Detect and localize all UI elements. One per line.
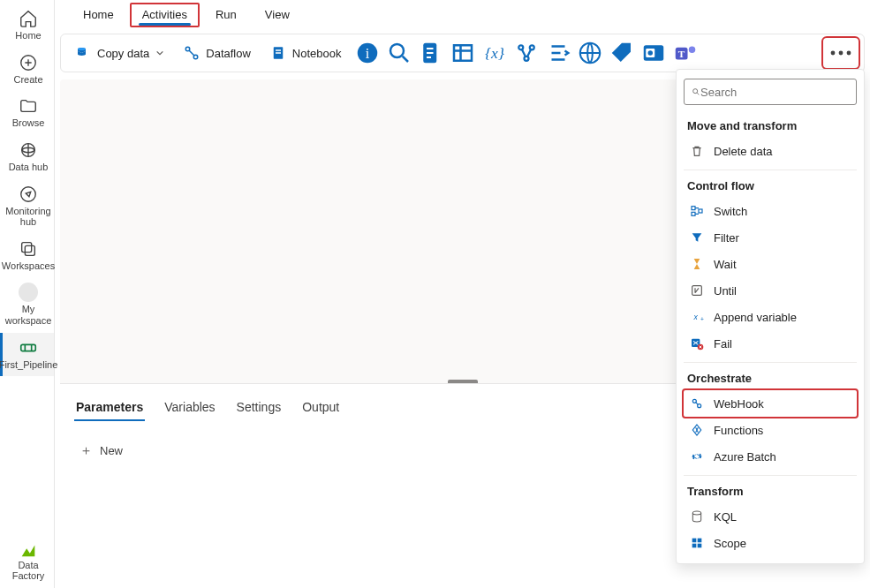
tab-activities[interactable]: Activities: [130, 3, 200, 27]
rail-data-factory-label: Data Factory: [4, 560, 52, 582]
dd-item-kql[interactable]: KQL: [684, 503, 857, 530]
tab-run[interactable]: Run: [203, 3, 249, 27]
dd-section-move: Move and transform: [684, 116, 857, 138]
rail-home[interactable]: Home: [0, 4, 54, 48]
globe-icon: [577, 40, 603, 66]
svg-point-14: [390, 44, 404, 57]
btab-settings[interactable]: Settings: [235, 396, 284, 421]
dd-section-control: Control flow: [684, 176, 857, 198]
teams-icon: T: [672, 40, 699, 66]
outlook-icon: [640, 40, 667, 66]
ml-button[interactable]: [513, 40, 540, 66]
svg-text:+: +: [700, 316, 704, 322]
tab-activities-label: Activities: [142, 8, 187, 21]
more-activities-button[interactable]: [825, 40, 857, 66]
dd-item-label: KQL: [714, 510, 737, 524]
script-button[interactable]: [418, 40, 444, 66]
svg-text:T: T: [677, 49, 685, 59]
database-icon: [689, 509, 705, 524]
svg-rect-33: [692, 212, 695, 215]
stored-proc-button[interactable]: [450, 40, 476, 66]
lookup-button[interactable]: [386, 40, 412, 66]
switch-icon: [689, 203, 705, 219]
dd-section-transform: Transform: [684, 481, 857, 503]
svg-rect-11: [276, 52, 281, 54]
dd-item-delete-data[interactable]: Delete data: [684, 138, 857, 164]
outlook-button[interactable]: [640, 40, 667, 66]
tag-button[interactable]: [609, 40, 635, 66]
rail-create-label: Create: [13, 74, 42, 86]
rail-workspaces[interactable]: Workspaces: [0, 234, 54, 278]
dd-item-functions[interactable]: Functions: [684, 417, 857, 443]
svg-point-6: [78, 48, 86, 50]
rail-my-workspace-label: My workspace: [4, 304, 52, 326]
top-tabs: Home Activities Run View: [55, 0, 870, 30]
dd-item-switch[interactable]: Switch: [684, 198, 857, 224]
rail-first-pipeline[interactable]: First_Pipeline: [0, 333, 54, 377]
webhook-icon: [689, 396, 705, 411]
svg-point-28: [831, 51, 836, 56]
main-area: Home Activities Run View Copy data Dataf…: [55, 0, 870, 588]
btab-parameters[interactable]: Parameters: [74, 396, 145, 421]
dd-item-scope[interactable]: Scope: [684, 530, 857, 556]
table-icon: [450, 40, 476, 66]
web-button[interactable]: [577, 40, 603, 66]
dd-item-webhook[interactable]: WebHook: [684, 390, 857, 417]
dd-item-fail[interactable]: Fail: [684, 330, 857, 357]
rail-my-workspace[interactable]: My workspace: [0, 277, 54, 332]
rail-monitoring[interactable]: Monitoring hub: [0, 179, 54, 234]
dd-item-wait[interactable]: Wait: [684, 251, 857, 277]
data-factory-icon: [19, 540, 38, 560]
tab-view[interactable]: View: [253, 3, 302, 27]
svg-rect-5: [21, 344, 36, 351]
rail-datahub[interactable]: Data hub: [0, 135, 54, 179]
copy-data-button[interactable]: Copy data: [68, 41, 171, 64]
new-parameter-button[interactable]: ＋ New: [74, 439, 128, 463]
plus-icon: ＋: [79, 442, 93, 459]
rail-create[interactable]: Create: [0, 48, 54, 92]
svg-rect-4: [25, 245, 34, 255]
left-nav-rail: Home Create Browse Data hub Monitoring h…: [0, 0, 55, 588]
dataflow-button[interactable]: Dataflow: [177, 41, 258, 64]
avatar-icon: [19, 283, 38, 302]
folder-icon: [19, 96, 38, 116]
svg-point-20: [524, 57, 528, 61]
rail-datahub-label: Data hub: [9, 162, 49, 173]
rail-data-factory[interactable]: Data Factory: [0, 535, 54, 588]
dd-item-filter[interactable]: Filter: [684, 224, 857, 251]
info-button[interactable]: i: [354, 40, 381, 66]
teams-button[interactable]: T: [672, 40, 699, 66]
rail-browse[interactable]: Browse: [0, 91, 54, 135]
search-icon: [692, 86, 700, 98]
dd-item-until[interactable]: Until: [684, 277, 857, 304]
home-icon: [19, 9, 38, 28]
svg-point-29: [839, 51, 844, 56]
dd-item-label: Filter: [714, 231, 739, 245]
variable-button[interactable]: {x}: [481, 40, 508, 66]
tab-run-label: Run: [216, 8, 237, 21]
btab-output-label: Output: [302, 400, 339, 414]
rail-home-label: Home: [15, 30, 41, 41]
btab-output[interactable]: Output: [300, 396, 341, 421]
activities-search-input[interactable]: [700, 86, 849, 99]
copy-data-label: Copy data: [97, 47, 149, 60]
svg-rect-43: [692, 539, 697, 543]
dd-item-azure-batch[interactable]: Azure Batch: [684, 443, 857, 470]
invoke-pipeline-button[interactable]: [545, 40, 571, 66]
filter-icon: [689, 230, 705, 245]
info-icon: i: [354, 40, 381, 66]
btab-variables-label: Variables: [164, 400, 215, 414]
activities-search[interactable]: [684, 79, 857, 105]
svg-rect-34: [699, 209, 702, 213]
notebook-button[interactable]: Notebook: [263, 41, 349, 64]
tab-home[interactable]: Home: [71, 3, 126, 27]
dd-item-label: Azure Batch: [714, 450, 776, 464]
workspaces-icon: [19, 239, 38, 259]
svg-point-31: [693, 89, 698, 94]
svg-rect-16: [454, 45, 472, 61]
rail-monitoring-label: Monitoring hub: [4, 206, 52, 228]
btab-variables[interactable]: Variables: [163, 396, 216, 421]
dd-item-append-variable[interactable]: x+ Append variable: [684, 304, 857, 330]
svg-rect-32: [692, 207, 695, 210]
svg-point-30: [847, 51, 851, 56]
